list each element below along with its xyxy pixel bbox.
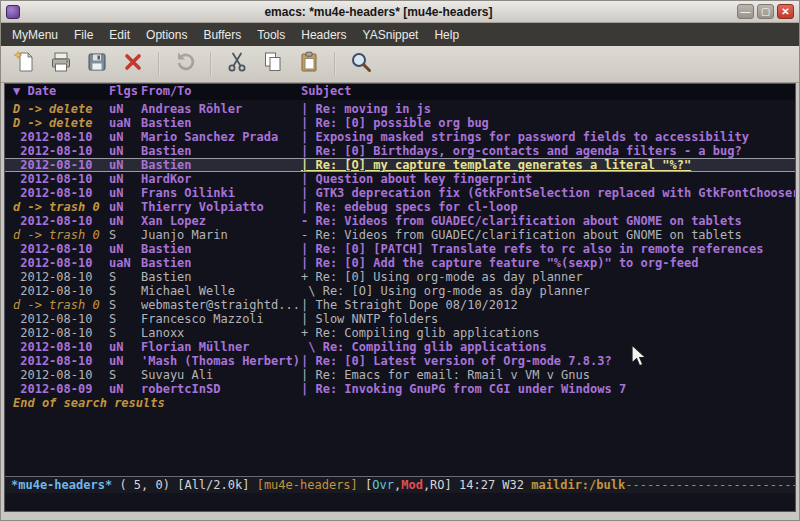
cut-button[interactable] xyxy=(219,49,255,80)
subject-cell: | Re: edebug specs for cl-loop xyxy=(301,200,795,214)
column-from[interactable]: From/To xyxy=(141,84,301,100)
modeline-segment: [mu4e-headers] xyxy=(257,478,365,492)
flags-cell: uN xyxy=(109,130,141,144)
undo-button[interactable] xyxy=(167,49,203,80)
minimize-button[interactable]: — xyxy=(737,4,754,19)
message-row[interactable]: 2012-08-10uNFrans Oilinki| GTK3 deprecat… xyxy=(5,186,795,200)
from-cell: Bastien xyxy=(141,116,301,130)
flags-cell: S xyxy=(109,298,141,312)
from-cell: Francesco Mazzoli xyxy=(141,312,301,326)
message-row[interactable]: d -> trash 0Swebmaster@straightd...| The… xyxy=(5,298,795,312)
flags-cell: uaN xyxy=(109,116,141,130)
headers-buffer: D -> deleteuNAndreas Röhler| Re: moving … xyxy=(5,100,795,476)
date-cell: 2012-08-10 xyxy=(13,186,109,200)
message-row[interactable]: 2012-08-10uaNBastien| Re: [0] Add the ca… xyxy=(5,256,795,270)
new-file-icon xyxy=(13,50,37,78)
message-row[interactable]: 2012-08-10uNBastien| Re: [O] my capture … xyxy=(5,158,795,172)
flags-cell: uN xyxy=(109,340,141,354)
message-row[interactable]: d -> trash 0uNThierry Volpiatto| Re: ede… xyxy=(5,200,795,214)
message-row[interactable]: 2012-08-10uNHardKor| Question about key … xyxy=(5,172,795,186)
message-row[interactable]: 2012-08-10uNBastien| Re: [0] [PATCH] Tra… xyxy=(5,242,795,256)
copy-button[interactable] xyxy=(255,49,291,80)
modeline-segment: ( 5, 0) xyxy=(112,478,177,492)
subject-cell: | Re: [O] my capture template generates … xyxy=(301,158,795,172)
from-cell: Bastien xyxy=(141,158,301,172)
subject-cell: | Re: [0] Latest version of Org-mode 7.8… xyxy=(301,354,795,368)
subject-cell: \ Re: [O] Using org-mode as day planner xyxy=(301,284,795,298)
print-button[interactable] xyxy=(43,49,79,80)
message-row[interactable]: 2012-08-10uNMario Sanchez Prada| Exposin… xyxy=(5,130,795,144)
maximize-button[interactable]: ▢ xyxy=(757,4,774,19)
toolbar-separator xyxy=(158,52,160,76)
sort-column-date[interactable]: ▼ Date xyxy=(13,84,109,100)
close-button[interactable]: ✕ xyxy=(777,4,794,19)
column-subject[interactable]: Subject xyxy=(301,84,795,100)
date-cell: 2012-08-10 xyxy=(13,242,109,256)
menu-buffers[interactable]: Buffers xyxy=(195,24,249,46)
window-controls: — ▢ ✕ xyxy=(737,4,794,19)
subject-cell: | Re: moving in js xyxy=(301,102,795,116)
message-row[interactable]: 2012-08-10uNBastien| Re: [0] Birthdays, … xyxy=(5,144,795,158)
message-row[interactable]: 2012-08-09uNrobertcInSD| Re: Invoking Gn… xyxy=(5,382,795,396)
titlebar[interactable]: emacs: *mu4e-headers* [mu4e-headers] — ▢… xyxy=(1,1,799,23)
end-of-results: End of search results xyxy=(5,396,795,410)
subject-cell: | Slow NNTP folders xyxy=(301,312,795,326)
menu-options[interactable]: Options xyxy=(138,24,195,46)
menu-edit[interactable]: Edit xyxy=(101,24,138,46)
mark-label: d -> trash 0 xyxy=(13,298,109,312)
search-button[interactable] xyxy=(343,49,379,80)
menu-yasnippet[interactable]: YASnippet xyxy=(355,24,427,46)
message-row[interactable]: 2012-08-10uN'Mash (Thomas Herbert)| Re: … xyxy=(5,354,795,368)
emacs-window: emacs: *mu4e-headers* [mu4e-headers] — ▢… xyxy=(0,0,800,521)
date-cell: 2012-08-10 xyxy=(13,340,109,354)
from-cell: Mario Sanchez Prada xyxy=(141,130,301,144)
toolbar xyxy=(1,46,799,83)
from-cell: robertcInSD xyxy=(141,382,301,396)
flags-cell: S xyxy=(109,284,141,298)
column-flags[interactable]: Flgs xyxy=(109,84,141,100)
message-row[interactable]: 2012-08-10SLanoxx+ Re: Compiling glib ap… xyxy=(5,326,795,340)
new-file-button[interactable] xyxy=(7,49,43,80)
menu-help[interactable]: Help xyxy=(426,24,467,46)
message-row[interactable]: 2012-08-10SBastien+ Re: [0] Using org-mo… xyxy=(5,270,795,284)
mode-line[interactable]: *mu4e-headers* ( 5, 0) [All/2.0k] [mu4e-… xyxy=(5,476,795,493)
from-cell: 'Mash (Thomas Herbert) xyxy=(141,354,301,368)
emacs-frame: ▼ Date Flgs From/To Subject D -> deleteu… xyxy=(4,83,796,512)
date-cell: 2012-08-10 xyxy=(13,284,109,298)
flags-cell: S xyxy=(109,326,141,340)
date-cell: 2012-08-10 xyxy=(13,354,109,368)
flags-cell: uN xyxy=(109,158,141,172)
modeline-segment: ----------------------------------------… xyxy=(625,478,795,492)
subject-cell: | Re: [0] Add the capture feature "%(sex… xyxy=(301,256,795,270)
message-row[interactable]: d -> trash 0SJuanjo Marin- Re: Videos fr… xyxy=(5,228,795,242)
close-buffer-button[interactable] xyxy=(115,49,151,80)
message-row[interactable]: 2012-08-10uNXan Lopez- Re: Videos from G… xyxy=(5,214,795,228)
window-title: emacs: *mu4e-headers* [mu4e-headers] xyxy=(20,5,737,19)
message-row[interactable]: D -> deleteuaNBastien| Re: [0] possible … xyxy=(5,116,795,130)
menu-tools[interactable]: Tools xyxy=(249,24,293,46)
date-cell: 2012-08-10 xyxy=(13,172,109,186)
message-row[interactable]: 2012-08-10SMichael Welle \ Re: [O] Using… xyxy=(5,284,795,298)
message-row[interactable]: 2012-08-10uNFlorian Müllner \ Re: Compil… xyxy=(5,340,795,354)
menu-headers[interactable]: Headers xyxy=(293,24,354,46)
menu-mymenu[interactable]: MyMenu xyxy=(4,24,66,46)
paste-button[interactable] xyxy=(291,49,327,80)
flags-cell: uN xyxy=(109,186,141,200)
close-buffer-icon xyxy=(121,50,145,78)
subject-cell: - Re: Videos from GUADEC/clarification a… xyxy=(301,228,795,242)
save-button[interactable] xyxy=(79,49,115,80)
flags-cell: uaN xyxy=(109,256,141,270)
subject-cell: + Re: [0] Using org-mode as day planner xyxy=(301,270,795,284)
date-cell: 2012-08-10 xyxy=(13,144,109,158)
headers-header-line: ▼ Date Flgs From/To Subject xyxy=(5,84,795,100)
message-row[interactable]: D -> deleteuNAndreas Röhler| Re: moving … xyxy=(5,102,795,116)
from-cell: Suvayu Ali xyxy=(141,368,301,382)
from-cell: Bastien xyxy=(141,242,301,256)
toolbar-separator xyxy=(334,52,336,76)
message-row[interactable]: 2012-08-10SSuvayu Ali| Re: Emacs for ema… xyxy=(5,368,795,382)
modeline-segment: *mu4e-headers* xyxy=(11,478,112,492)
message-row[interactable]: 2012-08-10SFrancesco Mazzoli| Slow NNTP … xyxy=(5,312,795,326)
echo-area[interactable] xyxy=(5,493,795,511)
window-icon xyxy=(6,5,20,19)
menu-file[interactable]: File xyxy=(66,24,101,46)
